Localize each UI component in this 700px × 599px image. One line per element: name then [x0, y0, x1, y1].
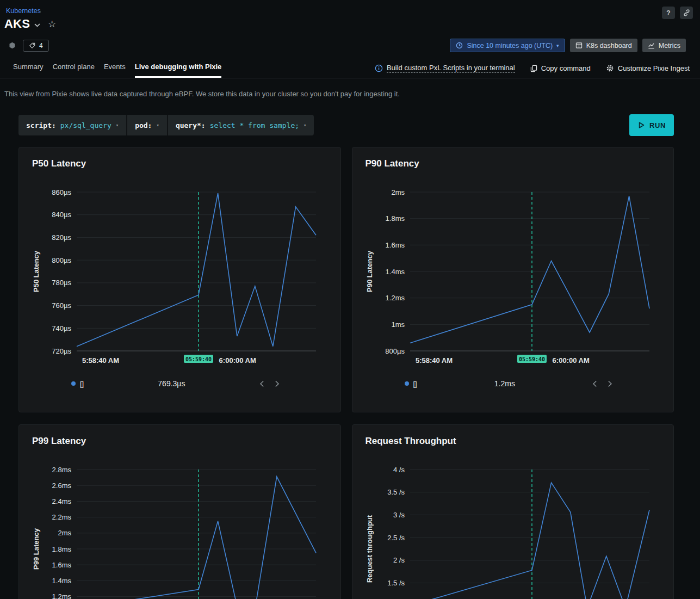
query-select[interactable]: query*: select * from sample; ▾ — [168, 115, 314, 135]
play-icon — [637, 121, 645, 129]
help-button[interactable]: ? — [662, 7, 675, 19]
legend-pager — [259, 380, 280, 387]
tag-count: 4 — [39, 42, 43, 50]
y-tick-label: 1.4ms — [52, 577, 72, 585]
y-tick-label: 1.6ms — [52, 561, 72, 569]
script-select[interactable]: script: px/sql_query ▾ — [18, 115, 126, 135]
permalink-button[interactable] — [680, 7, 693, 19]
y-tick-label: 2.2ms — [52, 513, 72, 521]
chart-panel-p90-latency: P90 Latency2ms1.8ms1.6ms1.4ms1.2ms1ms800… — [352, 147, 674, 412]
tab-bar: Summary Control plane Events Live debugg… — [0, 58, 700, 78]
question-mark-icon: ? — [666, 9, 670, 17]
chevron-right-icon — [275, 380, 280, 387]
chart-legend-row: []769.3µs — [71, 379, 280, 388]
chevron-down-icon: ▾ — [556, 43, 559, 48]
tags-badge[interactable]: 4 — [23, 40, 49, 52]
legend-prev-button[interactable] — [592, 380, 597, 387]
toolbar: Since 10 minutes ago (UTC) ▾ K8s dashboa… — [450, 39, 686, 52]
legend-hover-value: 1.2ms — [417, 379, 592, 388]
tab-events[interactable]: Events — [104, 58, 126, 78]
pod-label: pod: — [135, 121, 152, 129]
customize-pixie-ingest-label: Customize Pixie Ingest — [618, 64, 690, 72]
y-tick-label: 780µs — [52, 279, 71, 287]
tab-actions: Build custom PxL Scripts in your termina… — [375, 64, 690, 78]
legend-series-dot — [71, 381, 76, 386]
info-icon — [375, 64, 383, 72]
y-tick-label: 800µs — [52, 256, 71, 264]
chart-panel-request-throughput: Request Throughput4 /s3.5 /s3 /s2.5 /s2 … — [352, 424, 674, 599]
k8s-dashboard-button[interactable]: K8s dashboard — [570, 39, 637, 52]
chart-title: Request Throughput — [366, 436, 661, 447]
k8s-dashboard-label: K8s dashboard — [586, 42, 632, 50]
legend-series-dot — [405, 381, 409, 386]
chart-area: 4 /s3.5 /s3 /s2.5 /s2 /s1.5 /sRequest th… — [366, 455, 661, 599]
y-tick-label: 2.6ms — [52, 481, 72, 490]
script-label: script: — [26, 121, 56, 129]
script-bar: script: px/sql_query ▾ pod: ▾ query*: se… — [18, 115, 314, 135]
legend-prev-button[interactable] — [259, 380, 264, 387]
tab-summary[interactable]: Summary — [13, 58, 44, 78]
line-chart: 2.8ms2.6ms2.4ms2.2ms2ms1.8ms1.6ms1.4ms1.… — [32, 455, 328, 599]
series-line — [410, 483, 649, 599]
y-tick-label: 2 /s — [393, 556, 405, 564]
y-tick-label: 840µs — [52, 211, 71, 219]
time-picker-label: Since 10 minutes ago (UTC) — [467, 42, 553, 50]
entity-picker-chevron-down-icon[interactable] — [34, 23, 40, 27]
copy-command-button[interactable]: Copy command — [530, 64, 591, 72]
tab-live-debugging-with-pixie[interactable]: Live debugging with Pixie — [135, 58, 222, 78]
clock-icon — [456, 42, 463, 49]
pod-select[interactable]: pod: ▾ — [127, 115, 167, 135]
y-tick-label: 1.8ms — [52, 545, 72, 553]
build-pxl-scripts-link[interactable]: Build custom PxL Scripts in your termina… — [375, 64, 515, 73]
main-content: script: px/sql_query ▾ pod: ▾ query*: se… — [0, 98, 700, 599]
y-tick-label: 1.5 /s — [387, 579, 405, 587]
run-button[interactable]: RUN — [629, 114, 674, 136]
y-tick-label: 4 /s — [393, 466, 405, 474]
meta-row: 4 Since 10 minutes ago (UTC) ▾ K8s dashb… — [4, 31, 693, 58]
legend-next-button[interactable] — [275, 380, 280, 387]
chart-title: P90 Latency — [366, 158, 661, 169]
y-tick-label: 3.5 /s — [387, 488, 405, 496]
metrics-chart-icon — [648, 42, 655, 49]
line-chart: 860µs840µs820µs800µs780µs760µs740µs720µs… — [32, 178, 328, 366]
chart-title: P50 Latency — [32, 158, 327, 169]
script-value: px/sql_query — [60, 121, 111, 129]
y-tick-label: 1.2ms — [385, 294, 405, 302]
y-axis-label: P90 Latency — [366, 250, 374, 292]
chevron-down-icon: ▾ — [156, 122, 159, 128]
breadcrumb-kubernetes[interactable]: Kubernetes — [6, 7, 41, 15]
chart-area: 2ms1.8ms1.6ms1.4ms1.2ms1ms800µsP90 Laten… — [366, 178, 661, 368]
header-utility-buttons: ? — [662, 7, 693, 19]
y-tick-label: 2.8ms — [52, 466, 72, 474]
dashboard-icon — [575, 42, 583, 49]
legend-item[interactable]: [] — [71, 380, 84, 388]
build-pxl-scripts-label: Build custom PxL Scripts in your termina… — [387, 64, 515, 73]
y-tick-label: 1.8ms — [385, 214, 405, 223]
y-tick-label: 2.5 /s — [387, 534, 405, 542]
chevron-down-icon: ▾ — [116, 122, 119, 128]
chart-area: 860µs840µs820µs800µs780µs760µs740µs720µs… — [32, 178, 327, 368]
legend-item[interactable]: [] — [405, 380, 417, 388]
y-tick-label: 860µs — [52, 188, 71, 196]
legend-hover-value: 769.3µs — [84, 379, 259, 388]
gear-icon — [606, 64, 614, 72]
customize-pixie-ingest-button[interactable]: Customize Pixie Ingest — [606, 64, 690, 72]
chart-area: 2.8ms2.6ms2.4ms2.2ms2ms1.8ms1.6ms1.4ms1.… — [32, 455, 327, 599]
metrics-button[interactable]: Metrics — [642, 39, 686, 52]
legend-series-label: [] — [80, 380, 84, 388]
y-tick-label: 820µs — [52, 233, 71, 242]
metrics-label: Metrics — [659, 42, 680, 50]
title-row: AKS ☆ — [4, 17, 693, 31]
charts-grid: P50 Latency860µs840µs820µs800µs780µs760µ… — [18, 147, 674, 599]
chevron-left-icon — [259, 380, 264, 387]
tab-control-plane[interactable]: Control plane — [53, 58, 95, 78]
x-tick-label: 5:58:40 AM — [82, 356, 119, 365]
chart-legend-row: []1.2ms — [405, 379, 613, 388]
favorite-star-icon[interactable]: ☆ — [48, 18, 56, 30]
x-tick-label: 5:58:40 AM — [415, 356, 452, 365]
legend-next-button[interactable] — [608, 380, 612, 387]
series-line — [77, 193, 316, 347]
time-picker-button[interactable]: Since 10 minutes ago (UTC) ▾ — [450, 39, 565, 52]
y-tick-label: 1.4ms — [385, 268, 405, 276]
clipboard-icon — [530, 65, 537, 72]
